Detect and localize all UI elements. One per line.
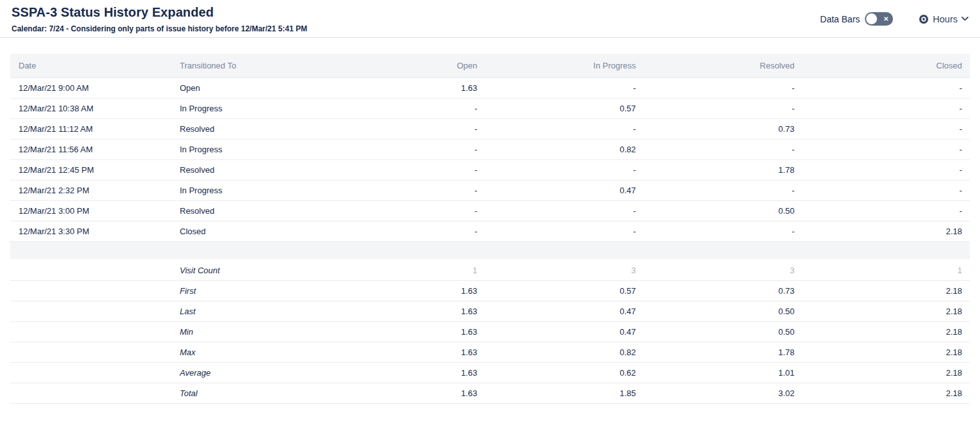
summary-row: Average1.630.621.012.18	[10, 362, 970, 383]
table-cell: 0.50	[644, 200, 802, 221]
summary-label: Visit Count	[171, 260, 326, 280]
table-header-row: Date Transitioned To Open In Progress Re…	[10, 54, 970, 77]
table-cell: 0.73	[644, 118, 802, 139]
units-dropdown[interactable]: Hours	[919, 14, 968, 24]
table-cell: 2.18	[802, 280, 970, 301]
table-cell: -	[326, 180, 485, 200]
status-history-table: Date Transitioned To Open In Progress Re…	[10, 54, 970, 404]
history-row: 12/Mar/21 12:45 PMResolved--1.78-	[10, 159, 970, 180]
history-row: 12/Mar/21 2:32 PMIn Progress-0.47--	[10, 180, 970, 200]
table-cell: 1	[326, 260, 485, 280]
table-cell	[10, 383, 171, 403]
summary-row: Min1.630.470.502.18	[10, 321, 970, 342]
table-cell: -	[485, 159, 644, 180]
history-row: 12/Mar/21 11:12 AMResolved--0.73-	[10, 118, 970, 139]
table-cell: In Progress	[171, 180, 326, 200]
table-cell: In Progress	[171, 98, 326, 118]
table-cell: -	[485, 77, 644, 98]
separator-cell	[10, 241, 970, 260]
table-cell: -	[326, 221, 485, 241]
table-cell: 3	[644, 260, 802, 280]
table-cell: 3	[485, 260, 644, 280]
column-header-resolved: Resolved	[644, 54, 802, 77]
table-cell: 2.18	[802, 301, 970, 321]
table-cell: 2.18	[802, 321, 970, 342]
table-cell: -	[644, 98, 802, 118]
table-cell: Open	[171, 77, 326, 98]
column-header-open: Open	[326, 54, 485, 77]
table-cell: -	[485, 118, 644, 139]
table-cell: Resolved	[171, 200, 326, 221]
data-bars-group: Data Bars ✕	[820, 12, 893, 26]
column-header-in-progress: In Progress	[485, 54, 644, 77]
table-cell: 0.47	[485, 180, 644, 200]
table-cell	[10, 280, 171, 301]
table-cell: -	[802, 180, 970, 200]
table-cell: -	[326, 159, 485, 180]
table-cell: 0.50	[644, 301, 802, 321]
table-cell	[10, 321, 171, 342]
summary-label: Last	[171, 301, 326, 321]
summary-row: Total1.631.853.022.18	[10, 383, 970, 403]
table-cell	[10, 301, 171, 321]
table-cell: -	[802, 118, 970, 139]
summary-label: Min	[171, 321, 326, 342]
table-cell: 1.78	[644, 342, 802, 362]
history-rows: 12/Mar/21 9:00 AMOpen1.63---12/Mar/21 10…	[10, 77, 970, 241]
table-cell: 0.57	[485, 280, 644, 301]
table-cell: Resolved	[171, 118, 326, 139]
status-history-table-wrap: Date Transitioned To Open In Progress Re…	[10, 54, 970, 404]
history-row: 12/Mar/21 11:56 AMIn Progress-0.82--	[10, 139, 970, 159]
table-cell: 2.18	[802, 221, 970, 241]
summary-row: Max1.630.821.782.18	[10, 342, 970, 362]
summary-label: First	[171, 280, 326, 301]
page-title: SSPA-3 Status History Expanded	[12, 5, 307, 20]
page-header: SSPA-3 Status History Expanded Calendar:…	[0, 0, 980, 38]
table-cell: 12/Mar/21 2:32 PM	[10, 180, 171, 200]
table-cell: 1.63	[326, 362, 485, 383]
table-cell: 12/Mar/21 11:56 AM	[10, 139, 171, 159]
table-cell: 12/Mar/21 9:00 AM	[10, 77, 171, 98]
table-cell: 1.63	[326, 280, 485, 301]
data-bars-label: Data Bars	[820, 14, 860, 24]
table-cell: 1.63	[326, 301, 485, 321]
table-cell: 3.02	[644, 383, 802, 403]
table-cell: Closed	[171, 221, 326, 241]
summary-row: Visit Count1331	[10, 260, 970, 280]
table-cell: 12/Mar/21 12:45 PM	[10, 159, 171, 180]
table-cell: 2.18	[802, 362, 970, 383]
table-cell: 1.63	[326, 383, 485, 403]
table-cell: -	[485, 221, 644, 241]
table-cell: -	[644, 77, 802, 98]
table-cell: 2.18	[802, 383, 970, 403]
table-cell: 0.82	[485, 139, 644, 159]
table-cell: -	[326, 118, 485, 139]
table-cell: -	[802, 98, 970, 118]
summary-row: Last1.630.470.502.18	[10, 301, 970, 321]
table-cell: -	[326, 98, 485, 118]
table-header: Date Transitioned To Open In Progress Re…	[10, 54, 970, 77]
table-cell: 0.50	[644, 321, 802, 342]
table-cell: -	[802, 200, 970, 221]
summary-label: Total	[171, 383, 326, 403]
table-cell: 1.78	[644, 159, 802, 180]
table-cell: 0.57	[485, 98, 644, 118]
table-cell: 12/Mar/21 3:30 PM	[10, 221, 171, 241]
history-row: 12/Mar/21 9:00 AMOpen1.63---	[10, 77, 970, 98]
table-cell: -	[802, 77, 970, 98]
table-cell: 1.01	[644, 362, 802, 383]
table-cell: In Progress	[171, 139, 326, 159]
table-cell: -	[644, 221, 802, 241]
table-cell: -	[485, 200, 644, 221]
table-cell: 1	[802, 260, 970, 280]
toggle-cross-icon: ✕	[883, 15, 889, 22]
table-cell: -	[802, 139, 970, 159]
table-cell: 0.82	[485, 342, 644, 362]
table-cell: Resolved	[171, 159, 326, 180]
table-cell	[10, 342, 171, 362]
page-subtitle: Calendar: 7/24 - Considering only parts …	[12, 24, 307, 33]
summary-rows: Visit Count1331First1.630.570.732.18Last…	[10, 260, 970, 403]
chevron-down-icon	[961, 17, 968, 21]
table-cell: -	[326, 200, 485, 221]
data-bars-toggle[interactable]: ✕	[865, 12, 893, 26]
